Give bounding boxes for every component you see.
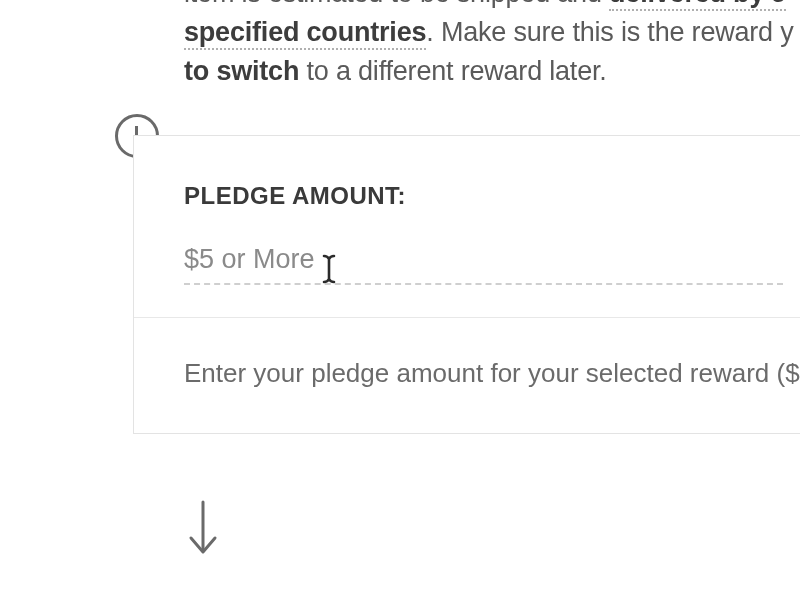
intro-line2-bold: specified countries: [184, 17, 426, 50]
intro-line3-after: to a different reward later.: [299, 56, 606, 86]
pledge-helper-text: Enter your pledge amount for your select…: [134, 318, 800, 433]
intro-line1-bold: delivered by J: [609, 0, 786, 11]
pledge-amount-label: PLEDGE AMOUNT:: [184, 182, 783, 210]
intro-line2-after: . Make sure this is the reward y: [426, 17, 793, 47]
pledge-amount-input[interactable]: [184, 244, 783, 285]
intro-line1-prefix: item is estimated to be shipped and: [184, 0, 609, 8]
reward-intro-text: item is estimated to be shipped and deli…: [184, 0, 800, 91]
pledge-card: PLEDGE AMOUNT: Enter your pledge amount …: [133, 135, 800, 434]
pledge-amount-section: PLEDGE AMOUNT:: [134, 136, 800, 317]
intro-line3-bold: to switch: [184, 56, 299, 86]
arrow-down-icon: [186, 498, 220, 558]
pledge-input-row: [184, 244, 783, 285]
